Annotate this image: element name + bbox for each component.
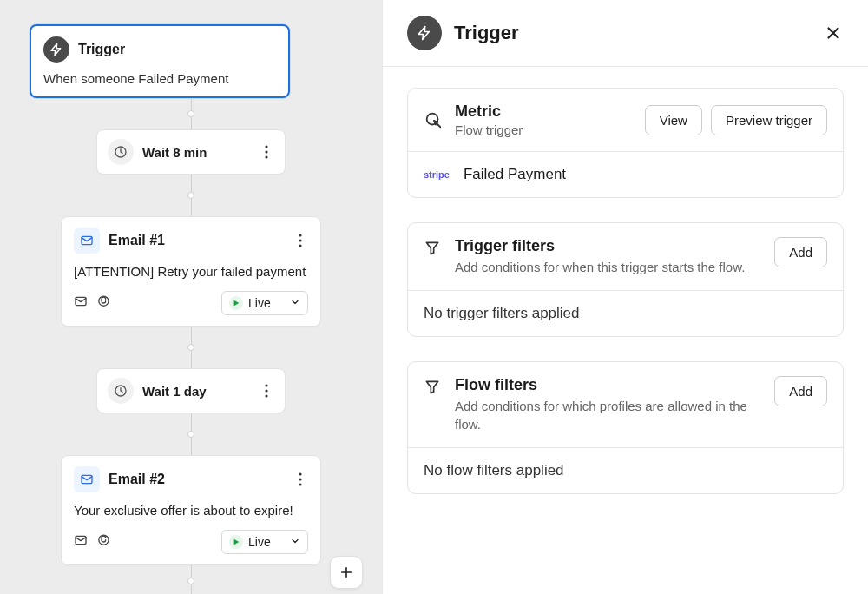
connector — [187, 98, 194, 129]
trigger-filters-section: Trigger filters Add conditions for when … — [407, 222, 844, 337]
side-panel: Trigger Metric Flow trigger View — [382, 0, 868, 594]
email-node[interactable]: Email #2 Your exclusive offer is about t… — [61, 455, 321, 565]
bolt-icon — [407, 16, 442, 50]
metric-event: Failed Payment — [464, 166, 566, 183]
wait-label: Wait 1 day — [142, 384, 207, 399]
connector — [187, 413, 194, 455]
filter-icon — [424, 379, 443, 398]
chevron-down-icon — [290, 296, 300, 310]
mail-small-icon — [74, 294, 88, 312]
flow-filters-title: Flow filters — [455, 376, 759, 394]
mail-icon — [74, 466, 100, 492]
svg-point-10 — [265, 384, 267, 386]
flow-filters-empty: No flow filters applied — [424, 462, 827, 479]
more-icon[interactable] — [293, 234, 308, 248]
status-dropdown[interactable]: Live — [221, 530, 308, 554]
flow-canvas[interactable]: Trigger When someone Failed Payment Wait… — [0, 0, 382, 594]
filter-icon — [424, 240, 443, 259]
svg-point-11 — [265, 389, 267, 392]
email-subject: Your exclusive offer is about to expire! — [74, 503, 308, 518]
metric-title: Metric — [455, 102, 523, 121]
status-dropdown[interactable]: Live — [221, 291, 308, 315]
wait-node[interactable]: Wait 1 day — [96, 368, 286, 413]
add-step-button[interactable] — [330, 556, 363, 589]
clock-icon — [108, 378, 134, 404]
wait-label: Wait 8 min — [142, 145, 207, 160]
more-icon[interactable] — [259, 145, 274, 159]
svg-point-16 — [299, 483, 301, 485]
status-label: Live — [248, 296, 271, 310]
attachment-icon — [96, 533, 110, 551]
close-button[interactable] — [823, 23, 844, 43]
play-icon — [229, 535, 243, 549]
metric-section: Metric Flow trigger View Preview trigger… — [407, 88, 844, 198]
svg-point-15 — [299, 478, 301, 480]
email-node[interactable]: Email #1 [ATTENTION] Retry your failed p… — [61, 216, 321, 327]
mail-icon — [74, 228, 100, 254]
svg-point-12 — [265, 394, 267, 397]
add-flow-filter-button[interactable]: Add — [774, 376, 827, 406]
svg-point-7 — [299, 244, 301, 247]
connector — [187, 565, 194, 594]
trigger-description: When someone Failed Payment — [43, 71, 276, 86]
mail-small-icon — [74, 533, 88, 551]
svg-point-2 — [265, 150, 267, 153]
chevron-down-icon — [290, 535, 300, 549]
bolt-icon — [43, 36, 69, 63]
connector — [187, 327, 194, 368]
cursor-icon — [424, 110, 443, 129]
trigger-title: Trigger — [78, 42, 125, 57]
wait-node[interactable]: Wait 8 min — [96, 129, 286, 175]
clock-icon — [108, 139, 134, 165]
email-title: Email #2 — [108, 472, 165, 487]
svg-point-6 — [299, 239, 301, 241]
attachment-icon — [96, 294, 110, 312]
svg-point-1 — [265, 145, 267, 148]
trigger-node[interactable]: Trigger When someone Failed Payment — [30, 24, 290, 98]
email-title: Email #1 — [108, 233, 165, 248]
svg-point-14 — [299, 472, 301, 475]
play-icon — [229, 296, 243, 310]
status-label: Live — [248, 535, 271, 549]
more-icon[interactable] — [259, 384, 274, 398]
more-icon[interactable] — [293, 472, 308, 486]
svg-point-5 — [299, 234, 301, 236]
view-button[interactable]: View — [645, 105, 702, 135]
connector — [187, 175, 194, 216]
add-trigger-filter-button[interactable]: Add — [774, 237, 827, 267]
flow-filters-desc: Add conditions for which profiles are al… — [455, 397, 759, 433]
metric-subtitle: Flow trigger — [455, 122, 523, 137]
trigger-filters-desc: Add conditions for when this trigger sta… — [455, 258, 745, 276]
trigger-filters-title: Trigger filters — [455, 237, 745, 255]
stripe-logo: stripe — [424, 169, 450, 180]
trigger-filters-empty: No trigger filters applied — [424, 305, 827, 322]
svg-point-3 — [265, 155, 267, 158]
email-subject: [ATTENTION] Retry your failed payment — [74, 264, 308, 279]
panel-title: Trigger — [454, 22, 519, 44]
preview-trigger-button[interactable]: Preview trigger — [711, 105, 827, 135]
flow-filters-section: Flow filters Add conditions for which pr… — [407, 361, 844, 494]
